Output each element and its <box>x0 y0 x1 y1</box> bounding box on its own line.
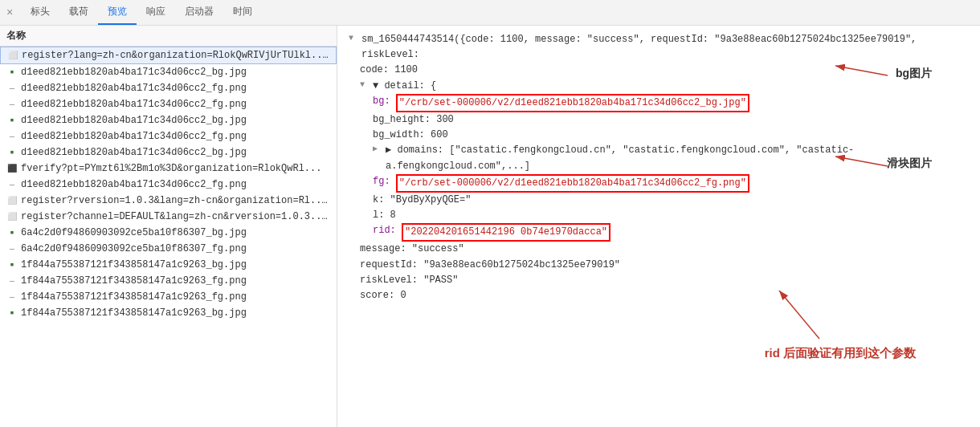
file-icon: — <box>6 83 18 94</box>
file-item[interactable]: —1f844a755387121f343858147a1c9263_fg.png <box>0 273 337 289</box>
file-item[interactable]: ⬜register?rversion=1.0.3&lang=zh-cn&orga… <box>0 193 337 209</box>
json-bg: bg: "/crb/set-000006/v2/d1eed821ebb1820a… <box>347 94 970 112</box>
file-item[interactable]: ⬜register?lang=zh-cn&organization=RlokQw… <box>0 47 337 64</box>
file-name: 1f844a755387121f343858147a1c9263_bg.jpg <box>21 259 247 270</box>
score-text: score: 0 <box>360 288 406 303</box>
json-score: score: 0 <box>347 288 970 303</box>
file-name: register?channel=DEFAULT&lang=zh-cn&rver… <box>21 211 330 222</box>
function-call-text: sm_1650444743514({code: 1100, message: "… <box>361 32 969 63</box>
file-item[interactable]: ▪1f844a755387121f343858147a1c9263_bg.jpg <box>0 305 337 321</box>
file-list-header: 名称 <box>0 26 337 47</box>
file-name: fverify?pt=PYmzt6l%2Bm1o%3D&organization… <box>21 163 321 174</box>
file-item[interactable]: ▪1f844a755387121f343858147a1c9263_bg.jpg <box>0 257 337 273</box>
file-item[interactable]: ▪6a4c2d0f94860903092ce5ba10f86307_bg.jpg <box>0 225 337 241</box>
tab-close-icon[interactable]: × <box>6 6 13 19</box>
file-item[interactable]: ⬛fverify?pt=PYmzt6l%2Bm1o%3D&organizatio… <box>0 161 337 177</box>
file-name: 1f844a755387121f343858147a1c9263_bg.jpg <box>21 307 247 319</box>
file-list-container: ⬜register?lang=zh-cn&organization=RlokQw… <box>0 47 337 321</box>
main-content: 名称 ⬜register?lang=zh-cn&organization=Rlo… <box>0 26 980 427</box>
message-text: message: "success" <box>360 242 464 257</box>
file-name: 1f844a755387121f343858147a1c9263_fg.png <box>21 291 247 303</box>
file-name: d1eed821ebb1820ab4ba171c34d06cc2_fg.png <box>21 83 247 94</box>
expand-icon[interactable]: ▼ <box>349 32 358 45</box>
file-icon: ▪ <box>6 227 18 238</box>
json-rid: rid: "202204201651442196 0b74e1970dacca" <box>347 223 970 242</box>
response-panel: ▼ sm_1650444743514({code: 1100, message:… <box>337 26 980 427</box>
tabs-bar: × 标头 载荷 预览 响应 启动器 时间 <box>0 0 980 26</box>
file-icon: ⬜ <box>7 50 18 61</box>
bg-space <box>390 94 396 109</box>
json-bg-height: bg_height: 300 <box>347 112 970 128</box>
bg-height-text: bg_height: 300 <box>373 112 454 128</box>
file-name: d1eed821ebb1820ab4ba171c34d06cc2_bg.jpg <box>21 147 247 158</box>
json-detail: ▼ ▼ detail: { <box>347 79 970 94</box>
file-icon: ⬛ <box>6 163 18 174</box>
file-list-panel: 名称 ⬜register?lang=zh-cn&organization=Rlo… <box>0 26 337 427</box>
json-bg-width: bg_width: 600 <box>347 128 970 143</box>
json-function-call: ▼ sm_1650444743514({code: 1100, message:… <box>347 32 970 63</box>
file-item[interactable]: ▪d1eed821ebb1820ab4ba171c34d06cc2_bg.jpg <box>0 64 337 80</box>
file-item[interactable]: —6a4c2d0f94860903092ce5ba10f86307_fg.png <box>0 241 337 257</box>
fg-space <box>390 174 396 189</box>
tab-initiator[interactable]: 启动器 <box>175 0 223 25</box>
rid-key: rid: <box>373 223 396 238</box>
rid-annotation: rid 后面验证有用到这个参数 <box>765 344 916 363</box>
file-item[interactable]: ▪d1eed821ebb1820ab4ba171c34d06cc2_bg.jpg <box>0 144 337 161</box>
code-text: code: 1100 <box>360 63 418 78</box>
domains-text: ▶ domains: ["castatic.fengkongcloud.cn",… <box>386 143 969 173</box>
file-item[interactable]: ▪d1eed821ebb1820ab4ba171c34d06cc2_bg.jpg <box>0 112 337 128</box>
file-icon: ⬜ <box>6 195 18 206</box>
risk-level-text: riskLevel: "PASS" <box>360 273 458 288</box>
file-name: d1eed821ebb1820ab4ba171c34d06cc2_bg.jpg <box>21 115 247 126</box>
detail-expand-icon[interactable]: ▼ <box>360 79 370 92</box>
file-icon: ▪ <box>6 67 18 78</box>
tab-preview[interactable]: 预览 <box>98 0 137 25</box>
rid-value-highlight: "202204201651442196 0b74e1970dacca" <box>402 223 610 242</box>
file-item[interactable]: —d1eed821ebb1820ab4ba171c34d06cc2_fg.png <box>0 128 337 144</box>
tab-payload[interactable]: 载荷 <box>59 0 98 25</box>
json-l: l: 8 <box>347 208 970 223</box>
file-icon: — <box>6 291 18 303</box>
json-risk-level: riskLevel: "PASS" <box>347 273 970 288</box>
file-icon: ▪ <box>6 259 18 270</box>
file-item[interactable]: —1f844a755387121f343858147a1c9263_fg.png <box>0 289 337 305</box>
bg-value-text: "/crb/set-000006/v2/d1eed821ebb1820ab4ba… <box>399 97 746 108</box>
fg-key: fg: <box>373 174 390 189</box>
bg-value-highlight: "/crb/set-000006/v2/d1eed821ebb1820ab4ba… <box>396 94 749 112</box>
json-code: code: 1100 <box>347 63 970 78</box>
json-request-id: requestId: "9a3e88eac60b1275024bc1325ee7… <box>347 258 970 273</box>
k-text: k: "BydByXpyQGE=" <box>373 193 471 208</box>
file-name: register?lang=zh-cn&organization=RlokQwR… <box>22 50 329 61</box>
file-name: 6a4c2d0f94860903092ce5ba10f86307_bg.jpg <box>21 227 247 238</box>
fg-value-text: "/crb/set-000006/v2/d1eed821ebb1820ab4ba… <box>399 177 746 189</box>
file-icon: — <box>6 275 18 287</box>
tab-timing[interactable]: 时间 <box>223 0 262 25</box>
json-fg: fg: "/crb/set-000006/v2/d1eed821ebb1820a… <box>347 174 970 193</box>
rid-space <box>396 223 402 238</box>
file-icon: — <box>6 179 18 190</box>
tab-header[interactable]: 标头 <box>21 0 59 25</box>
file-icon: ▪ <box>6 147 18 158</box>
file-icon: ▪ <box>6 115 18 126</box>
domains-expand-icon[interactable]: ▶ <box>373 143 382 156</box>
file-item[interactable]: ⬜register?channel=DEFAULT&lang=zh-cn&rve… <box>0 209 337 225</box>
json-message: message: "success" <box>347 242 970 257</box>
request-id-text: requestId: "9a3e88eac60b1275024bc1325ee7… <box>360 258 620 273</box>
file-item[interactable]: —d1eed821ebb1820ab4ba171c34d06cc2_fg.png <box>0 96 337 112</box>
file-icon: ▪ <box>6 307 18 319</box>
file-item[interactable]: —d1eed821ebb1820ab4ba171c34d06cc2_fg.png <box>0 80 337 96</box>
file-icon: — <box>6 131 18 142</box>
file-item[interactable]: —d1eed821ebb1820ab4ba171c34d06cc2_fg.png <box>0 177 337 193</box>
file-icon: — <box>6 243 18 254</box>
json-domains: ▶ ▶ domains: ["castatic.fengkongcloud.cn… <box>347 143 970 173</box>
fg-value-highlight: "/crb/set-000006/v2/d1eed821ebb1820ab4ba… <box>396 174 749 193</box>
file-name: d1eed821ebb1820ab4ba171c34d06cc2_fg.png <box>21 131 247 142</box>
bg-annotation: bg图片 <box>896 64 932 82</box>
tab-response[interactable]: 响应 <box>137 0 175 25</box>
file-name: d1eed821ebb1820ab4ba171c34d06cc2_bg.jpg <box>21 67 247 78</box>
file-name: 6a4c2d0f94860903092ce5ba10f86307_fg.png <box>21 243 247 254</box>
file-icon: — <box>6 99 18 110</box>
file-name: register?rversion=1.0.3&lang=zh-cn&organ… <box>21 195 330 206</box>
file-icon: ⬜ <box>6 211 18 222</box>
l-text: l: 8 <box>373 208 396 223</box>
